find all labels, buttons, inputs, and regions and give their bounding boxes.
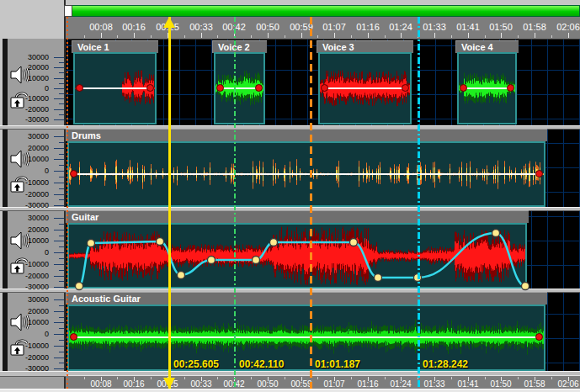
ruler-major-tick [134,33,135,38]
clip-acoustic-guitar[interactable] [67,305,545,371]
clip-handle-right[interactable] [402,84,409,92]
ruler-major-tick [101,33,102,38]
amplitude-major-tick [54,322,64,323]
ruler-minor-tick [84,35,85,38]
clip-drums[interactable] [67,141,545,207]
ruler-minor-tick [551,35,552,38]
clip-header-voice-3[interactable]: Voice 3 [317,40,413,53]
clip-voice-3[interactable] [318,52,412,124]
ruler-minor-tick [317,35,318,38]
ruler-minor-tick [451,35,452,38]
amplitude-scale-label: 0 [17,248,49,257]
clip-voice-2[interactable] [214,52,265,124]
ruler-minor-tick [117,377,118,379]
clip-voice-1[interactable] [73,52,157,124]
volume-envelope[interactable] [69,225,525,287]
ruler-minor-tick [351,35,352,38]
amplitude-major-tick [54,171,64,172]
clip-handle-left[interactable] [460,84,467,92]
ruler-tick-label: 00:08 [82,22,120,32]
clip-handle-left[interactable] [321,84,328,92]
envelope-point[interactable] [492,230,500,237]
amplitude-major-tick [54,67,64,68]
clip-handle-left[interactable] [70,333,77,341]
volume-line[interactable] [462,87,512,89]
clip-header-guitar[interactable]: Guitar [66,210,529,223]
ruler-minor-tick [217,35,218,38]
ruler-major-tick [368,377,369,381]
envelope-point[interactable] [270,239,278,246]
clip-title: Acoustic Guitar [72,294,141,304]
clip-guitar[interactable] [67,223,527,289]
amplitude-major-tick [54,183,64,183]
clip-voice-4[interactable] [457,52,517,124]
volume-line[interactable] [72,336,540,338]
clip-handle-left[interactable] [216,84,224,92]
marker-time-label: 00:25.605 [173,358,219,370]
amplitude-major-tick [54,334,64,335]
ruler-tick-label: 01:33 [416,22,453,32]
marker-line-1[interactable] [234,17,236,389]
track-start-marker [67,17,68,389]
clip-title: Voice 4 [461,42,493,52]
envelope-point[interactable] [253,257,260,264]
clip-handle-right[interactable] [535,170,543,177]
amplitude-major-tick [54,311,64,312]
clip-handle-right[interactable] [535,333,543,341]
ruler-minor-tick [518,377,519,379]
clip-header-acoustic-guitar[interactable]: Acoustic Guitar [66,292,547,305]
marker-line-3[interactable] [418,17,420,389]
clip-handle-right[interactable] [507,84,514,92]
amplitude-minor-tick [59,142,64,143]
envelope-point[interactable] [208,257,216,264]
clip-handle-right[interactable] [255,84,263,92]
playhead-arrow-down [163,378,175,389]
clip-header-voice-4[interactable]: Voice 4 [455,40,519,53]
amplitude-scale-label: 0 [17,84,49,93]
amplitude-major-tick [54,136,64,137]
amplitude-major-tick [54,276,64,277]
envelope-point[interactable] [76,283,83,290]
clip-header-voice-1[interactable]: Voice 1 [72,40,158,53]
clip-handle-left[interactable] [76,84,83,92]
clip-handle-right[interactable] [146,84,154,92]
envelope-point[interactable] [350,239,358,246]
amplitude-minor-tick [59,258,64,259]
clip-header-voice-2[interactable]: Voice 2 [212,40,267,53]
volume-line[interactable] [72,173,540,175]
envelope-point[interactable] [178,272,185,279]
timeline-ruler-top[interactable]: 00:0800:1600:2500:3300:4200:5000:5901:07… [66,17,580,40]
marker-time-label: 01:28.242 [423,358,468,370]
amplitude-scale-label: 0 [17,167,49,175]
amplitude-major-tick [54,148,64,149]
amplitude-scale-label: 20000 [17,144,49,152]
amplitude-scale-label: -10000 [17,342,49,350]
amplitude-scale-label: 30000 [17,53,49,61]
ruler-major-tick [368,33,369,38]
timeline-ruler-bottom[interactable]: 00:0800:1600:2500:3300:4200:5000:5901:07… [66,375,580,389]
amplitude-minor-tick [59,317,64,318]
marker-time-label: 00:42.110 [239,358,284,370]
ruler-minor-tick [151,377,152,379]
amplitude-minor-tick [59,177,64,177]
ruler-minor-tick [251,377,252,379]
playhead-line[interactable] [168,17,171,389]
amplitude-scale-label: -20000 [17,190,49,199]
marker-time-label: 01:01.187 [315,358,360,370]
volume-line[interactable] [323,87,407,89]
amplitude-minor-tick [59,93,64,94]
zoom-scrollbar[interactable] [72,5,580,17]
envelope-point[interactable] [522,283,529,290]
amplitude-minor-tick [59,188,64,189]
envelope-point[interactable] [375,274,382,282]
envelope-point[interactable] [157,238,164,246]
zoom-scrollbar-handle[interactable] [64,5,72,17]
envelope-point[interactable] [88,240,95,247]
ruler-tick-label: 01:41 [450,22,487,32]
volume-line[interactable] [78,87,152,89]
clip-header-drums[interactable]: Drums [66,129,547,141]
marker-line-2[interactable] [310,17,312,389]
volume-line[interactable] [219,87,260,89]
ruler-minor-tick [351,377,352,379]
clip-handle-left[interactable] [70,170,77,177]
